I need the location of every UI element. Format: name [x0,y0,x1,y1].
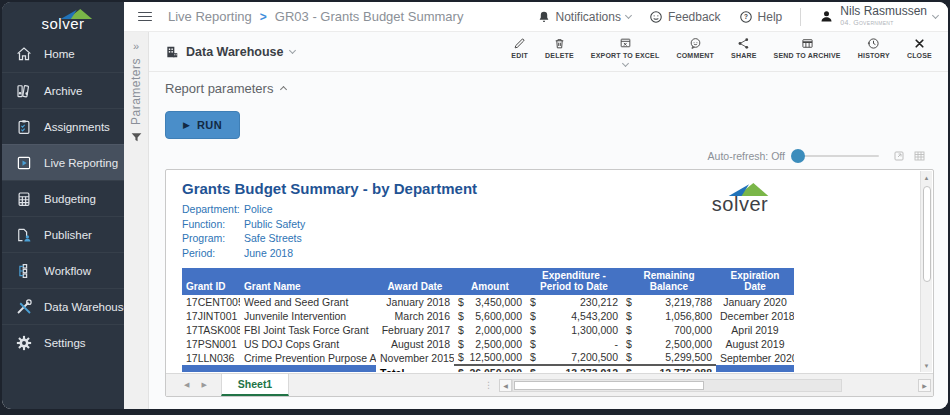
feedback-button[interactable]: Feedback [649,10,721,24]
table-cell: 17TASK008 [182,323,240,337]
expand-double-chevron-icon[interactable]: » [133,40,139,52]
comment-button[interactable]: COMMENT [676,37,714,59]
total-fill-cell [716,365,794,372]
report-parameters-toggle[interactable]: Report parameters [149,72,948,104]
table-cell: November 2015 [376,351,454,365]
slider-thumb[interactable] [791,149,805,163]
currency-symbol: $ [626,351,632,364]
menu-icon[interactable] [138,12,152,22]
scroll-right-icon[interactable]: ▶ [918,379,931,392]
sidebar-item-label: Archive [44,85,82,97]
run-button[interactable]: ▶ RUN [165,111,240,139]
sheet-tab[interactable]: Sheet1 [221,374,289,396]
currency-symbol: $ [626,338,632,351]
breadcrumb-separator-icon: > [260,10,267,24]
auto-refresh-label: Auto-refresh: Off [708,150,785,162]
column-header: Expenditure - Period to Date [526,268,622,295]
sheet-prev-icon[interactable]: ◀ [184,381,189,389]
table-cell: September 2020 [716,351,794,365]
user-icon [819,9,834,24]
vertical-scroll-thumb[interactable] [923,186,931,282]
export-to-excel-button[interactable]: EXPORT TO EXCEL [591,37,660,66]
horizontal-scroll-thumb[interactable] [514,381,704,390]
chevron-down-icon [289,46,296,53]
edit-button[interactable]: EDIT [511,37,528,59]
auto-refresh-slider[interactable] [793,155,879,157]
sidebar-item-data-warehouse[interactable]: Data Warehouse [2,288,124,324]
column-header: Remaining Balance [622,268,716,295]
currency-symbol: $ [458,367,464,372]
currency-symbol: $ [626,324,632,337]
sidebar-item-label: Settings [44,337,86,349]
delete-button[interactable]: DELETE [545,37,574,59]
parameters-collapsed-panel[interactable]: » Parameters [124,32,149,409]
table-cell: August 2018 [376,337,454,351]
table-cell: $4,543,200 [526,309,622,323]
user-org: 04. Government [840,17,927,28]
currency-symbol: $ [458,324,464,337]
table-cell: $- [526,337,622,351]
grid-view-icon[interactable] [913,150,926,162]
sidebar-item-settings[interactable]: Settings [2,324,124,360]
budgeting-icon [15,190,33,208]
grants-table-header: Grant ID Grant Name Award Date Amount Ex… [182,268,794,295]
send-to-archive-button[interactable]: SEND TO ARCHIVE [774,37,841,59]
close-button[interactable]: CLOSE [907,37,932,59]
table-row: 17TASK008 FBI Joint Task Force Grant Feb… [182,323,794,337]
parameters-panel-label: Parameters [129,58,143,125]
data-source-label: Data Warehouse [186,45,283,59]
currency-symbol: $ [530,351,536,364]
help-label: Help [758,10,783,24]
sidebar-item-budgeting[interactable]: Budgeting [2,180,124,216]
total-remaining-cell: $12,776,088 [622,365,716,372]
notifications-label: Notifications [556,10,621,24]
sidebar-item-label: Workflow [44,265,91,277]
history-button[interactable]: HISTORY [858,37,890,59]
user-menu[interactable]: Nils Rasmussen 04. Government [819,6,938,28]
vertical-scrollbar[interactable]: ▲ ▼ [920,171,932,372]
report-canvas: Grants Budget Summary - by Department De… [166,170,920,372]
toolbar-actions: EDIT DELETE EXPORT TO EXCEL COMMENT [511,37,932,66]
app-logo[interactable]: solver [2,2,124,36]
currency-symbol: $ [530,324,536,337]
report-meta-row: Period: June 2018 [182,246,920,261]
total-amount-cell: $26,050,000 [454,365,526,372]
table-cell: August 2019 [716,337,794,351]
scroll-down-icon[interactable]: ▼ [921,359,933,372]
sidebar-item-archive[interactable]: Archive [2,72,124,108]
scroll-left-icon[interactable]: ◀ [499,379,512,392]
sidebar-item-label: Budgeting [44,193,96,205]
funnel-icon [130,131,143,144]
share-button[interactable]: SHARE [731,37,757,59]
table-cell: $5,299,500 [622,351,716,365]
report-parameters-label: Report parameters [165,81,273,96]
scroll-up-icon[interactable]: ▲ [921,171,933,184]
sheet-next-icon[interactable]: ▶ [201,381,206,389]
horizontal-scrollbar[interactable]: ◀ ▶ [499,379,933,392]
notifications-button[interactable]: Notifications [537,10,631,24]
currency-symbol: $ [458,351,464,364]
data-source-dropdown[interactable]: Data Warehouse [165,45,295,59]
excel-export-icon [619,37,632,50]
table-cell: $1,300,000 [526,323,622,337]
app-window: Home Archive Assignments Live Reporting … [2,2,948,409]
sidebar-item-assignments[interactable]: Assignments [2,108,124,144]
top-header-bar: Live Reporting > GR03 - Grants Budget Su… [124,2,948,32]
sidebar-item-home[interactable]: Home [2,36,124,72]
run-row: ▶ RUN [149,104,948,146]
table-cell: $2,500,000 [622,337,716,351]
report-viewer: Grants Budget Summary - by Department De… [165,169,934,397]
help-button[interactable]: ? Help [739,10,783,24]
sidebar-item-workflow[interactable]: Workflow [2,252,124,288]
question-circle-icon: ? [739,10,753,24]
currency-symbol: $ [530,338,536,351]
table-row: 17LLN036 Crime Prevention Purpose Area N… [182,351,794,365]
horizontal-scroll-track[interactable] [512,379,842,392]
breadcrumb-section[interactable]: Live Reporting [168,9,252,24]
sidebar-item-live-reporting[interactable]: Live Reporting [2,144,124,180]
open-in-window-icon[interactable] [893,150,905,162]
sidebar-item-publisher[interactable]: Publisher [2,216,124,252]
archive-icon [15,82,33,100]
solver-logo-text: solver [41,17,84,30]
settings-gear-icon [15,334,33,352]
